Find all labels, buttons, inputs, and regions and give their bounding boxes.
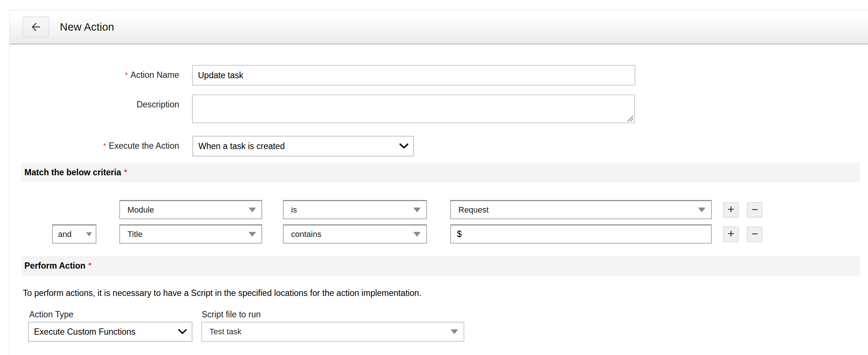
chevron-down-icon: [178, 329, 187, 335]
dropdown-arrow-icon: [86, 232, 92, 236]
content-left-border: [9, 45, 10, 355]
add-criteria-button[interactable]: +: [723, 202, 739, 218]
required-marker: *: [124, 168, 127, 176]
dropdown-arrow-icon: [413, 207, 421, 212]
script-file-dropdown[interactable]: Test task: [201, 322, 464, 342]
criteria-value-input[interactable]: [450, 224, 712, 244]
perform-action-section-header: Perform Action *: [21, 256, 860, 276]
perform-action-note: To perform actions, it is necessary to h…: [23, 288, 421, 298]
criteria-field-dropdown[interactable]: Title: [119, 224, 262, 244]
back-button[interactable]: [23, 17, 49, 37]
execute-action-select[interactable]: When a task is created: [192, 136, 414, 156]
resize-handle-icon[interactable]: [626, 115, 634, 122]
execute-action-label: *Execute the Action: [0, 141, 179, 151]
page-title: New Action: [60, 21, 114, 33]
criteria-operator-dropdown[interactable]: is: [283, 200, 427, 219]
execute-action-selected-value: When a task is created: [198, 141, 285, 151]
dropdown-arrow-icon: [413, 232, 421, 237]
criteria-operator-dropdown[interactable]: contains: [283, 224, 427, 244]
match-criteria-section-header: Match the below criteria *: [21, 163, 860, 182]
dropdown-arrow-icon: [249, 232, 256, 237]
remove-criteria-button[interactable]: −: [747, 227, 762, 242]
description-field-wrap: [192, 94, 635, 123]
required-marker: *: [125, 70, 128, 79]
criteria-conjunction-dropdown[interactable]: and: [52, 224, 96, 244]
dropdown-arrow-icon: [249, 207, 256, 212]
description-textarea[interactable]: [192, 94, 635, 123]
perform-action-title: Perform Action: [24, 261, 85, 271]
action-type-label: Action Type: [29, 310, 74, 320]
action-type-selected-value: Execute Custom Functions: [34, 327, 136, 337]
description-label: Description: [0, 100, 179, 110]
new-action-page: New Action *Action Name Description *Exe…: [0, 0, 868, 355]
page-header: New Action: [9, 10, 868, 45]
action-name-label: *Action Name: [0, 70, 179, 80]
dropdown-arrow-icon: [451, 330, 458, 334]
match-criteria-title: Match the below criteria: [24, 168, 121, 178]
dropdown-arrow-icon: [698, 207, 705, 212]
action-type-select[interactable]: Execute Custom Functions: [28, 322, 192, 342]
chevron-down-icon: [399, 143, 409, 149]
script-file-label: Script file to run: [202, 310, 261, 320]
remove-criteria-button[interactable]: −: [747, 202, 762, 218]
action-name-input[interactable]: [192, 65, 635, 86]
arrow-left-icon: [30, 21, 42, 33]
add-criteria-button[interactable]: +: [723, 227, 739, 242]
required-marker: *: [88, 261, 91, 270]
criteria-value-dropdown[interactable]: Request: [450, 200, 712, 219]
criteria-field-dropdown[interactable]: Module: [119, 200, 262, 219]
required-marker: *: [103, 141, 106, 150]
